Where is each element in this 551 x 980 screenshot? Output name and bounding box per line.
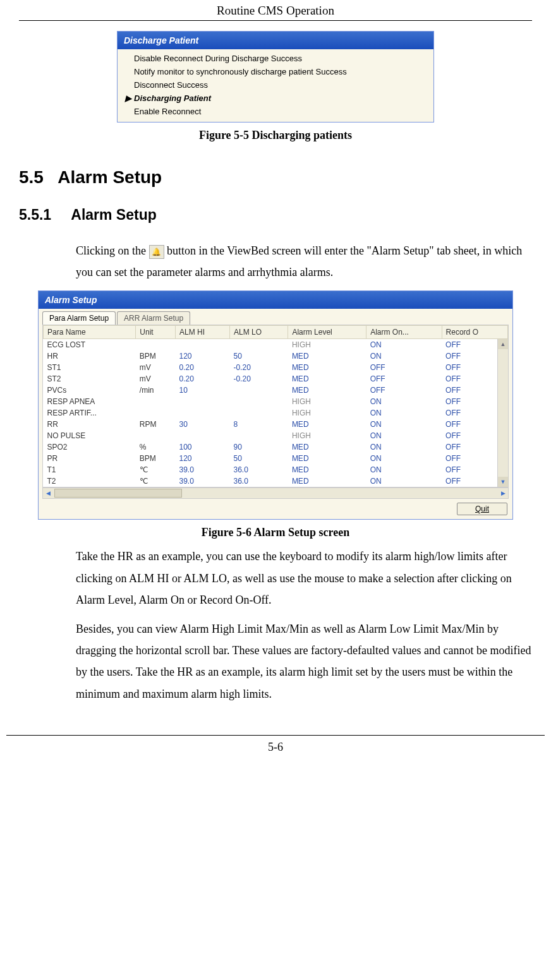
column-header[interactable]: ALM LO bbox=[229, 326, 288, 339]
scroll-down-icon[interactable]: ▼ bbox=[498, 477, 508, 487]
table-cell[interactable]: ON bbox=[366, 396, 442, 407]
alarm-table[interactable]: Para NameUnitALM HIALM LOAlarm LevelAlar… bbox=[43, 325, 508, 487]
table-cell[interactable] bbox=[136, 407, 176, 419]
table-cell[interactable]: MED bbox=[288, 419, 366, 430]
table-row[interactable]: T1℃39.036.0MEDONOFF bbox=[44, 464, 508, 475]
table-cell[interactable]: BPM bbox=[136, 453, 176, 464]
table-cell[interactable]: 90 bbox=[229, 441, 288, 453]
table-cell[interactable]: MED bbox=[288, 350, 366, 362]
table-cell[interactable] bbox=[136, 339, 176, 351]
table-cell[interactable]: MED bbox=[288, 362, 366, 373]
table-cell[interactable]: 36.0 bbox=[229, 464, 288, 475]
table-cell[interactable]: 120 bbox=[176, 453, 230, 464]
table-cell[interactable] bbox=[229, 407, 288, 419]
table-cell[interactable] bbox=[176, 396, 230, 407]
table-cell[interactable]: -0.20 bbox=[229, 373, 288, 385]
table-cell[interactable]: ℃ bbox=[136, 464, 176, 475]
table-row[interactable]: HRBPM12050MEDONOFF bbox=[44, 350, 508, 362]
table-cell[interactable]: /min bbox=[136, 385, 176, 396]
table-cell[interactable]: 100 bbox=[176, 441, 230, 453]
table-row[interactable]: RESP ARTIF...HIGHONOFF bbox=[44, 407, 508, 419]
table-cell[interactable]: SPO2 bbox=[44, 441, 136, 453]
scroll-left-icon[interactable]: ◀ bbox=[43, 490, 53, 496]
table-cell[interactable] bbox=[229, 339, 288, 351]
quit-button[interactable]: Quit bbox=[457, 503, 507, 515]
table-cell[interactable]: ON bbox=[366, 407, 442, 419]
table-row[interactable]: PRBPM12050MEDONOFF bbox=[44, 453, 508, 464]
table-row[interactable]: ST2mV0.20-0.20MEDOFFOFF bbox=[44, 373, 508, 385]
table-cell[interactable]: ON bbox=[366, 419, 442, 430]
table-cell[interactable]: HIGH bbox=[288, 396, 366, 407]
table-cell[interactable]: BPM bbox=[136, 350, 176, 362]
table-cell[interactable]: T2 bbox=[44, 475, 136, 487]
table-cell[interactable] bbox=[229, 385, 288, 396]
table-cell[interactable]: RPM bbox=[136, 419, 176, 430]
table-row[interactable]: T2℃39.036.0MEDONOFF bbox=[44, 475, 508, 487]
table-row[interactable]: ST1mV0.20-0.20MEDOFFOFF bbox=[44, 362, 508, 373]
tab-para-alarm-setup[interactable]: Para Alarm Setup bbox=[42, 311, 116, 325]
table-cell[interactable]: HR bbox=[44, 350, 136, 362]
scroll-right-icon[interactable]: ▶ bbox=[498, 490, 508, 496]
table-cell[interactable] bbox=[229, 396, 288, 407]
horizontal-scrollbar[interactable]: ◀ ▶ bbox=[42, 487, 509, 499]
table-cell[interactable]: 36.0 bbox=[229, 475, 288, 487]
table-cell[interactable]: ℃ bbox=[136, 475, 176, 487]
table-cell[interactable]: MED bbox=[288, 441, 366, 453]
table-cell[interactable]: 0.20 bbox=[176, 362, 230, 373]
table-cell[interactable]: ON bbox=[366, 475, 442, 487]
table-cell[interactable]: RESP APNEA bbox=[44, 396, 136, 407]
table-cell[interactable]: ST2 bbox=[44, 373, 136, 385]
table-cell[interactable]: 0.20 bbox=[176, 373, 230, 385]
table-cell[interactable]: 30 bbox=[176, 419, 230, 430]
table-cell[interactable]: ECG LOST bbox=[44, 339, 136, 351]
table-cell[interactable]: RESP ARTIF... bbox=[44, 407, 136, 419]
table-cell[interactable] bbox=[136, 430, 176, 441]
table-cell[interactable]: MED bbox=[288, 373, 366, 385]
table-cell[interactable]: RR bbox=[44, 419, 136, 430]
table-cell[interactable]: HIGH bbox=[288, 339, 366, 351]
table-row[interactable]: ECG LOSTHIGHONOFF bbox=[44, 339, 508, 351]
table-cell[interactable]: ON bbox=[366, 464, 442, 475]
table-cell[interactable]: ON bbox=[366, 350, 442, 362]
table-cell[interactable]: 39.0 bbox=[176, 475, 230, 487]
table-row[interactable]: NO PULSEHIGHONOFF bbox=[44, 430, 508, 441]
column-header[interactable]: ALM HI bbox=[176, 326, 230, 339]
table-cell[interactable]: MED bbox=[288, 453, 366, 464]
table-cell[interactable]: ON bbox=[366, 339, 442, 351]
table-cell[interactable] bbox=[176, 430, 230, 441]
table-cell[interactable]: MED bbox=[288, 475, 366, 487]
table-cell[interactable]: PR bbox=[44, 453, 136, 464]
tab-arr-alarm-setup[interactable]: ARR Alarm Setup bbox=[117, 311, 190, 325]
vertical-scrollbar[interactable]: ▲ ▼ bbox=[497, 339, 508, 487]
table-cell[interactable]: HIGH bbox=[288, 407, 366, 419]
column-header[interactable]: Alarm On... bbox=[366, 326, 442, 339]
table-row[interactable]: RESP APNEAHIGHONOFF bbox=[44, 396, 508, 407]
table-cell[interactable]: NO PULSE bbox=[44, 430, 136, 441]
table-cell[interactable]: -0.20 bbox=[229, 362, 288, 373]
table-cell[interactable]: MED bbox=[288, 385, 366, 396]
table-cell[interactable]: 10 bbox=[176, 385, 230, 396]
table-cell[interactable]: ST1 bbox=[44, 362, 136, 373]
table-cell[interactable]: OFF bbox=[366, 362, 442, 373]
table-cell[interactable]: mV bbox=[136, 362, 176, 373]
table-cell[interactable]: ON bbox=[366, 441, 442, 453]
table-cell[interactable] bbox=[176, 339, 230, 351]
table-cell[interactable] bbox=[136, 396, 176, 407]
scrollbar-thumb[interactable] bbox=[54, 489, 182, 498]
table-cell[interactable]: ON bbox=[366, 430, 442, 441]
column-header[interactable]: Alarm Level bbox=[288, 326, 366, 339]
table-cell[interactable]: mV bbox=[136, 373, 176, 385]
table-cell[interactable]: 50 bbox=[229, 453, 288, 464]
table-row[interactable]: PVCs/min10MEDOFFOFF bbox=[44, 385, 508, 396]
table-cell[interactable]: MED bbox=[288, 464, 366, 475]
table-cell[interactable] bbox=[229, 430, 288, 441]
table-cell[interactable]: OFF bbox=[366, 373, 442, 385]
table-cell[interactable]: % bbox=[136, 441, 176, 453]
table-cell[interactable]: 120 bbox=[176, 350, 230, 362]
table-row[interactable]: RRRPM308MEDONOFF bbox=[44, 419, 508, 430]
column-header[interactable]: Para Name bbox=[44, 326, 136, 339]
table-cell[interactable]: T1 bbox=[44, 464, 136, 475]
table-cell[interactable] bbox=[176, 407, 230, 419]
table-cell[interactable]: HIGH bbox=[288, 430, 366, 441]
table-cell[interactable]: 39.0 bbox=[176, 464, 230, 475]
